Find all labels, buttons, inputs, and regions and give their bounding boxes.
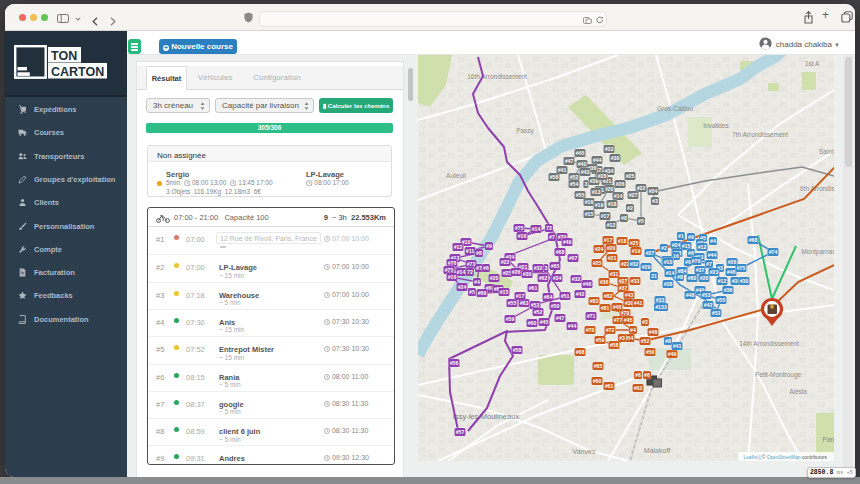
svg-text:CARTON: CARTON [51, 65, 104, 79]
svg-text:Montparnasse: Montparnasse [801, 248, 834, 256]
svg-text:Auteuil: Auteuil [446, 172, 466, 179]
svg-text:Leaflet | © OpenStreetMap cont: Leaflet | © OpenStreetMap contributors [744, 454, 828, 460]
svg-text:Gros-Caillou: Gros-Caillou [657, 105, 694, 112]
svg-text:Invalides: Invalides [703, 122, 729, 129]
svg-text:Saint-Germ: Saint-Germ [819, 148, 834, 155]
svg-text:1st A: 1st A [805, 60, 820, 67]
svg-text:Malakoff: Malakoff [644, 447, 670, 454]
svg-text:Issy-les-Moulineaux: Issy-les-Moulineaux [453, 412, 520, 421]
svg-text:Paris: Paris [823, 436, 834, 443]
svg-text:Petit-Montrouge: Petit-Montrouge [755, 371, 802, 379]
svg-text:14th Arrondissement: 14th Arrondissement [739, 340, 799, 347]
svg-text:TON: TON [51, 49, 77, 63]
svg-text:Alésia: Alésia [789, 388, 807, 395]
svg-text:16th Arrondissement: 16th Arrondissement [467, 73, 527, 80]
svg-text:Vanves: Vanves [573, 448, 596, 455]
svg-text:7th Arrondissement: 7th Arrondissement [732, 131, 788, 138]
svg-text:Passy: Passy [516, 127, 534, 135]
